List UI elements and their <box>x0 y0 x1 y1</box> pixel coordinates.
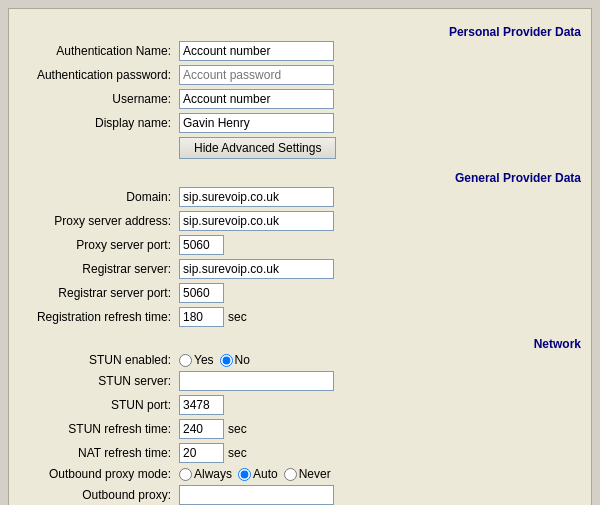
display-name-label: Display name: <box>19 116 179 130</box>
stun-refresh-label: STUN refresh time: <box>19 422 179 436</box>
outbound-auto-label[interactable]: Auto <box>238 467 278 481</box>
nat-refresh-input[interactable] <box>179 443 224 463</box>
stun-server-input[interactable] <box>179 371 334 391</box>
registrar-input[interactable] <box>179 259 334 279</box>
auth-password-label: Authentication password: <box>19 68 179 82</box>
stun-yes-text: Yes <box>194 353 214 367</box>
outbound-never-text: Never <box>299 467 331 481</box>
domain-input[interactable] <box>179 187 334 207</box>
outbound-proxy-input[interactable] <box>179 485 334 505</box>
outbound-proxy-label: Outbound proxy: <box>19 488 179 502</box>
outbound-always-label[interactable]: Always <box>179 467 232 481</box>
stun-refresh-unit: sec <box>228 422 247 436</box>
outbound-auto-radio[interactable] <box>238 468 251 481</box>
reg-refresh-label: Registration refresh time: <box>19 310 179 324</box>
stun-enabled-label: STUN enabled: <box>19 353 179 367</box>
auth-password-input[interactable] <box>179 65 334 85</box>
hide-advanced-button[interactable]: Hide Advanced Settings <box>179 137 336 159</box>
reg-refresh-input[interactable] <box>179 307 224 327</box>
stun-no-label[interactable]: No <box>220 353 250 367</box>
network-section-header: Network <box>421 337 581 351</box>
stun-port-input[interactable] <box>179 395 224 415</box>
auth-name-label: Authentication Name: <box>19 44 179 58</box>
proxy-server-input[interactable] <box>179 211 334 231</box>
outbound-always-radio[interactable] <box>179 468 192 481</box>
outbound-never-radio[interactable] <box>284 468 297 481</box>
outbound-auto-text: Auto <box>253 467 278 481</box>
stun-enabled-group: Yes No <box>179 353 250 367</box>
stun-refresh-input[interactable] <box>179 419 224 439</box>
registrar-port-input[interactable] <box>179 283 224 303</box>
registrar-port-label: Registrar server port: <box>19 286 179 300</box>
general-section-header: General Provider Data <box>421 171 581 185</box>
display-name-input[interactable] <box>179 113 334 133</box>
proxy-server-label: Proxy server address: <box>19 214 179 228</box>
outbound-always-text: Always <box>194 467 232 481</box>
proxy-port-input[interactable] <box>179 235 224 255</box>
nat-refresh-unit: sec <box>228 446 247 460</box>
domain-label: Domain: <box>19 190 179 204</box>
outbound-proxy-mode-label: Outbound proxy mode: <box>19 467 179 481</box>
outbound-proxy-mode-group: Always Auto Never <box>179 467 331 481</box>
stun-yes-radio[interactable] <box>179 354 192 367</box>
nat-refresh-label: NAT refresh time: <box>19 446 179 460</box>
username-input[interactable] <box>179 89 334 109</box>
outbound-never-label[interactable]: Never <box>284 467 331 481</box>
personal-section-header: Personal Provider Data <box>421 25 581 39</box>
username-label: Username: <box>19 92 179 106</box>
reg-refresh-unit: sec <box>228 310 247 324</box>
stun-port-label: STUN port: <box>19 398 179 412</box>
stun-no-radio[interactable] <box>220 354 233 367</box>
stun-no-text: No <box>235 353 250 367</box>
proxy-port-label: Proxy server port: <box>19 238 179 252</box>
stun-yes-label[interactable]: Yes <box>179 353 214 367</box>
stun-server-label: STUN server: <box>19 374 179 388</box>
auth-name-input[interactable] <box>179 41 334 61</box>
registrar-label: Registrar server: <box>19 262 179 276</box>
